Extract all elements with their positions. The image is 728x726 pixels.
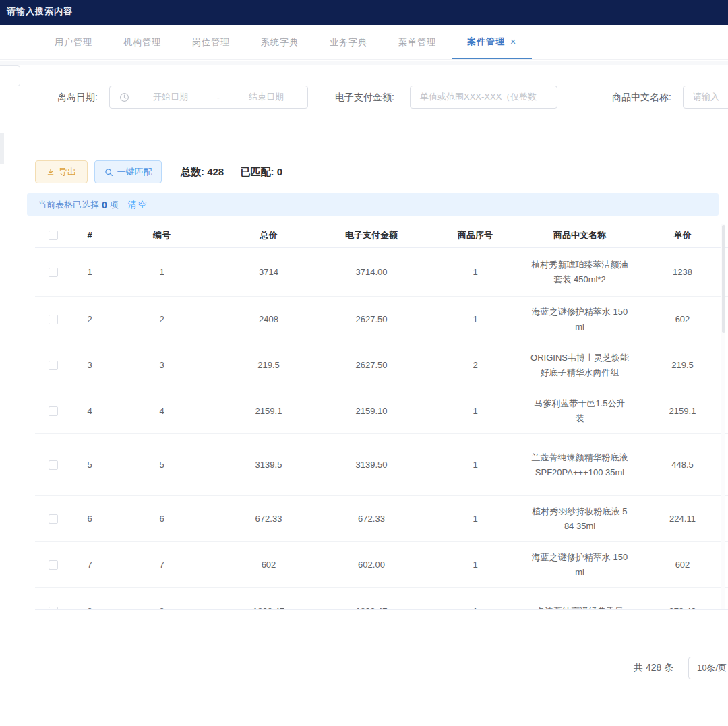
clipped-left-panel-sliver xyxy=(0,133,4,164)
tab-case-management-label: 案件管理 xyxy=(467,36,505,48)
tab-business-dict[interactable]: 业务字典 xyxy=(314,25,383,59)
select-all-checkbox[interactable] xyxy=(49,231,58,240)
page-size-select[interactable]: 10条/页 xyxy=(688,657,728,679)
row-checkbox[interactable] xyxy=(49,268,58,277)
tabbar-divider xyxy=(0,61,728,65)
col-paid: 电子支付金额 xyxy=(322,229,421,241)
top-navbar: 请输入搜索内容 xyxy=(0,0,728,25)
selection-count: 0 xyxy=(102,200,107,210)
table-row: 2 2 2408 2627.50 1 海蓝之谜修护精萃水 150ml 602 xyxy=(35,297,728,342)
search-icon xyxy=(104,168,113,177)
export-button-label: 导出 xyxy=(59,166,76,178)
table-body: 1 1 3714 3714.00 1 植村秀新琥珀臻萃洁颜油套装 450ml*2… xyxy=(35,248,728,610)
clipped-left-panel-box xyxy=(0,65,20,86)
date-range-picker[interactable]: 开始日期 - 结束日期 xyxy=(109,86,308,109)
selection-suffix: 项 xyxy=(110,199,119,211)
match-stats: 总数: 428 已匹配: 0 xyxy=(181,160,282,183)
col-index: # xyxy=(71,230,108,240)
tab-menu-management[interactable]: 菜单管理 xyxy=(383,25,452,59)
one-click-match-button[interactable]: 一键匹配 xyxy=(94,160,162,183)
download-icon xyxy=(47,168,55,176)
end-date-placeholder[interactable]: 结束日期 xyxy=(225,91,307,103)
col-total: 总价 xyxy=(216,229,322,241)
table-scrollbar[interactable] xyxy=(721,224,725,609)
table-row: 6 6 672.33 672.33 1 植村秀羽纱持妆粉底液 584 35ml … xyxy=(35,496,728,542)
total-label: 总数: xyxy=(181,166,204,177)
table-row: 8 8 1892.47 1892.47 1 卡诗菁纯亮泽经典香氛 378.49 xyxy=(35,588,728,610)
col-code: 编号 xyxy=(108,229,216,241)
clear-selection-link[interactable]: 清空 xyxy=(128,199,148,211)
table-header-row: # 编号 总价 电子支付金额 商品序号 商品中文名称 单价 xyxy=(35,222,728,248)
table-row: 7 7 602 602.00 1 海蓝之谜修护精萃水 150ml 602 xyxy=(35,542,728,588)
tab-bar: 用户管理 机构管理 岗位管理 系统字典 业务字典 菜单管理 案件管理 × xyxy=(0,25,728,60)
row-checkbox[interactable] xyxy=(49,361,58,370)
selection-info-bar: 当前表格已选择 0 项 清空 xyxy=(27,193,719,216)
tab-close-icon[interactable]: × xyxy=(510,36,516,47)
date-filter-label: 离岛日期: xyxy=(57,86,98,109)
tab-post-management[interactable]: 岗位管理 xyxy=(177,25,245,59)
product-name-input[interactable]: 请输入 xyxy=(683,86,728,109)
row-checkbox[interactable] xyxy=(49,460,58,470)
start-date-placeholder[interactable]: 开始日期 xyxy=(129,91,212,103)
date-range-separator: - xyxy=(212,92,225,102)
cases-table: # 编号 总价 电子支付金额 商品序号 商品中文名称 单价 1 1 3714 3… xyxy=(35,222,728,610)
export-button[interactable]: 导出 xyxy=(35,160,88,183)
row-checkbox[interactable] xyxy=(49,406,58,416)
total-value: 428 xyxy=(207,166,224,177)
tab-user-management[interactable]: 用户管理 xyxy=(39,25,108,59)
clock-icon xyxy=(119,92,129,102)
selection-prefix: 当前表格已选择 xyxy=(38,199,99,211)
matched-label: 已匹配: xyxy=(241,166,274,177)
table-scrollbar-thumb[interactable] xyxy=(722,225,725,333)
matched-value: 0 xyxy=(277,166,282,177)
row-checkbox[interactable] xyxy=(49,560,58,570)
table-row: 3 3 219.5 2627.50 2 ORIGINS韦博士灵芝焕能好底子精华水… xyxy=(35,342,728,388)
table-row: 4 4 2159.1 2159.10 1 马爹利蓝带干邑1.5公升装 2159.… xyxy=(35,388,728,434)
tab-case-management[interactable]: 案件管理 × xyxy=(452,25,532,59)
one-click-match-label: 一键匹配 xyxy=(117,166,152,178)
tab-org-management[interactable]: 机构管理 xyxy=(108,25,177,59)
product-name-label: 商品中文名称: xyxy=(612,86,671,109)
row-checkbox[interactable] xyxy=(49,514,58,524)
col-seq: 商品序号 xyxy=(421,229,529,241)
payment-amount-input[interactable]: 单值或范围XXX-XXX（仅整数 xyxy=(410,86,557,109)
col-name: 商品中文名称 xyxy=(529,229,630,241)
tab-system-dict[interactable]: 系统字典 xyxy=(245,25,314,59)
global-search-input[interactable]: 请输入搜索内容 xyxy=(7,0,73,25)
row-checkbox[interactable] xyxy=(49,607,58,611)
payment-amount-label: 电子支付金额: xyxy=(335,86,394,109)
table-row: 5 5 3139.5 3139.50 1 兰蔻菁纯臻颜精华粉底液SPF20PA+… xyxy=(35,434,728,496)
row-checkbox[interactable] xyxy=(49,315,58,324)
table-row: 1 1 3714 3714.00 1 植村秀新琥珀臻萃洁颜油套装 450ml*2… xyxy=(35,248,728,297)
pagination-total: 共 428 条 xyxy=(634,662,673,674)
col-unit: 单价 xyxy=(630,229,728,241)
